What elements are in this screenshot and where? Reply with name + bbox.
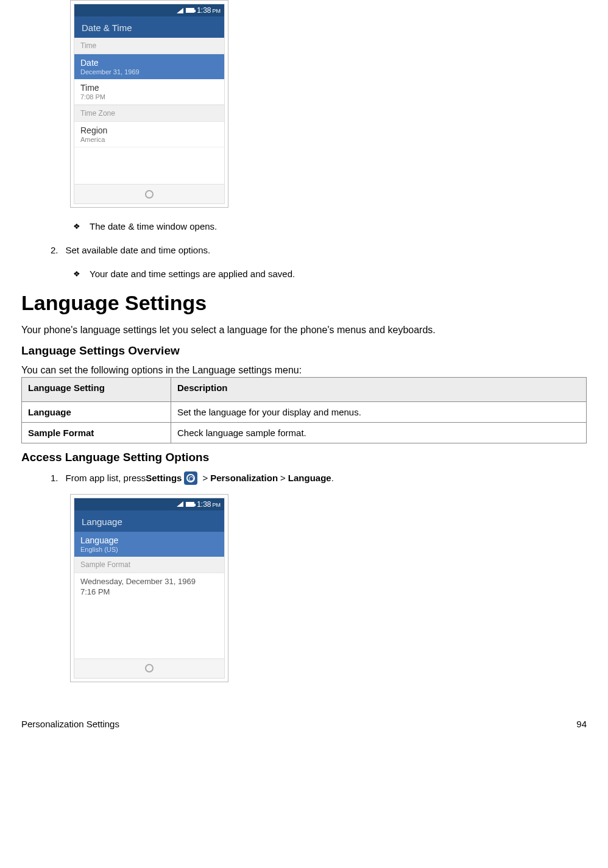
- bullet-text: The date & time window opens.: [90, 220, 217, 233]
- battery-icon: [186, 502, 194, 507]
- breadcrumb-separator: >: [280, 471, 286, 485]
- language-label: Language: [80, 535, 218, 545]
- date-value: December 31, 1969: [80, 68, 218, 76]
- date-row-selected: Date December 31, 1969: [74, 54, 224, 79]
- table-cell-desc: Check language sample format.: [171, 423, 587, 443]
- heading-overview: Language Settings Overview: [21, 344, 587, 358]
- sample-body: Wednesday, December 31, 1969 7:16 PM: [74, 573, 224, 658]
- status-time-value: 1:38: [197, 6, 211, 15]
- empty-space: [74, 600, 224, 655]
- step-1: 1. From app list, press Settings > Perso…: [51, 471, 587, 485]
- time-row: Time 7:08 PM: [74, 79, 224, 105]
- language-settings-table: Language Setting Description Language Se…: [21, 377, 587, 443]
- footer-page-number: 94: [576, 719, 587, 729]
- battery-icon: [186, 8, 194, 13]
- language-row-selected: Language English (US): [74, 532, 224, 557]
- sample-format-row: Wednesday, December 31, 1969 7:16 PM: [74, 573, 224, 600]
- footer-section-title: Personalization Settings: [21, 719, 119, 729]
- table-header-description: Description: [171, 378, 587, 402]
- table-row: Sample Format Check language sample form…: [22, 423, 587, 443]
- step-2: 2. Set available date and time options.: [51, 244, 587, 256]
- step-language-word: Language: [288, 471, 331, 485]
- table-cell-label: Sample Format: [22, 423, 171, 443]
- table-cell-label: Language: [22, 402, 171, 423]
- timezone-header: Time Zone: [74, 105, 224, 122]
- step-prefix: From app list, press: [66, 471, 146, 485]
- step-number: 2.: [51, 244, 58, 256]
- table-header-setting: Language Setting: [22, 378, 171, 402]
- sample-line2: 7:16 PM: [80, 587, 218, 596]
- nav-bar: [74, 658, 224, 678]
- home-icon: [145, 190, 154, 199]
- settings-icon: [184, 471, 197, 485]
- region-label: Region: [80, 125, 218, 135]
- page-footer: Personalization Settings 94: [21, 719, 587, 729]
- time-value: 7:08 PM: [80, 93, 218, 101]
- empty-space: [74, 147, 224, 184]
- date-label: Date: [80, 58, 218, 68]
- status-time: 1:38 PM: [197, 500, 221, 509]
- bullet-date-time-opens: ❖ The date & time window opens.: [73, 220, 587, 233]
- phone-screenshot-date-time: 1:38 PM Date & Time Time Date December 3…: [70, 0, 228, 208]
- status-time-ampm: PM: [213, 8, 221, 14]
- sample-format-header: Sample Format: [74, 557, 224, 573]
- language-value: English (US): [80, 546, 218, 553]
- phone-inner: 1:38 PM Date & Time Time Date December 3…: [74, 4, 225, 204]
- step-suffix: .: [331, 471, 334, 485]
- bullet-settings-saved: ❖ Your date and time settings are applie…: [73, 267, 587, 280]
- diamond-bullet-icon: ❖: [73, 269, 80, 280]
- sample-line1: Wednesday, December 31, 1969: [80, 577, 218, 586]
- time-label: Time: [80, 83, 218, 93]
- phone-inner: 1:38 PM Language Language English (US) S…: [74, 498, 225, 679]
- heading-language-settings: Language Settings: [21, 291, 587, 315]
- diamond-bullet-icon: ❖: [73, 221, 80, 232]
- screen-title: Date & Time: [74, 16, 224, 38]
- status-bar: 1:38 PM: [74, 498, 224, 510]
- screen-title: Language: [74, 510, 224, 532]
- signal-icon: [177, 501, 183, 507]
- nav-bar: [74, 184, 224, 203]
- heading-access-options: Access Language Setting Options: [21, 451, 587, 464]
- home-icon: [145, 664, 154, 672]
- status-bar: 1:38 PM: [74, 4, 224, 16]
- step-personalization-word: Personalization: [210, 471, 278, 485]
- status-time: 1:38 PM: [197, 6, 221, 15]
- phone-screenshot-language: 1:38 PM Language Language English (US) S…: [70, 494, 228, 682]
- region-row: Region America: [74, 122, 224, 147]
- gear-icon: [186, 474, 195, 482]
- step-number: 1.: [51, 471, 58, 485]
- table-row: Language Set the language for your displ…: [22, 402, 587, 423]
- step-settings-word: Settings: [146, 471, 182, 485]
- table-cell-desc: Set the language for your display and me…: [171, 402, 587, 423]
- intro-paragraph: Your phone's language settings let you s…: [21, 325, 587, 336]
- section-time-header: Time: [74, 38, 224, 54]
- region-value: America: [80, 136, 218, 143]
- overview-subtext: You can set the following options in the…: [21, 365, 587, 376]
- breadcrumb-separator: >: [202, 471, 208, 485]
- table-header-row: Language Setting Description: [22, 378, 587, 402]
- status-time-ampm: PM: [213, 502, 221, 508]
- status-time-value: 1:38: [197, 500, 211, 509]
- signal-icon: [177, 8, 183, 13]
- bullet-text: Your date and time settings are applied …: [90, 267, 295, 280]
- step-text: Set available date and time options.: [66, 244, 211, 256]
